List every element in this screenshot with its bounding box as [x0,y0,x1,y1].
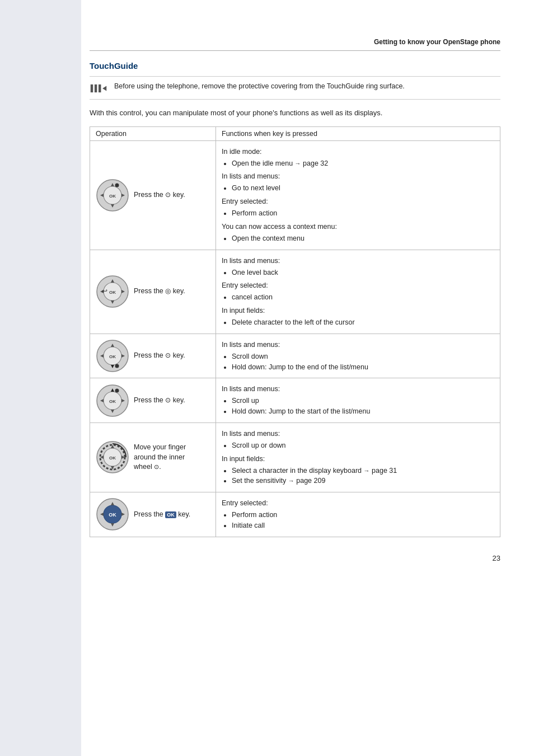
section-title: TouchGuide [90,61,500,71]
note-box: Before using the telephone, remove the p… [90,76,500,100]
dial-icon-6: OK [96,497,129,531]
svg-text:OK: OK [109,456,116,461]
col-functions: Functions when key is pressed [216,126,500,140]
op-row: OK ↩ Press the ◎ key. [96,275,210,308]
context: In idle mode: [222,146,494,157]
op-row-text-2: Press the ◎ key. [134,287,185,297]
op-row-text-1: Press the ⊙ key. [134,190,185,200]
table-row: OK Move your fingeraround the innerwheel… [90,422,500,492]
context: In lists and menus: [222,383,494,395]
op-row-text-3: Press the ⊙ key. [134,351,185,361]
list-item: Scroll up [232,396,494,406]
header-text: Getting to know your OpenStage phone [374,38,500,46]
list-item: Perform action [232,208,494,219]
touch-table: Operation Functions when key is pressed [90,126,500,537]
table-row: OK Press the ⊙ key. [90,378,500,423]
list-item: Open the context menu [232,233,494,244]
dial-icon-5: OK [96,440,129,474]
dial-icon-3: OK [96,339,129,373]
svg-text:↩: ↩ [102,287,107,295]
op-row-text-4: Press the ⊙ key. [134,396,185,406]
dial-icon-4: OK [96,384,129,417]
list-item: Select a character in the display keyboa… [232,466,494,476]
list-item: Perform action [232,510,494,520]
list-item: Scroll up or down [232,440,494,451]
func-cell-3: In lists and menus: Scroll down Hold dow… [216,334,500,378]
svg-point-11 [115,183,119,187]
list-item: Open the idle menu → page 32 [232,158,494,169]
svg-text:OK: OK [109,399,116,404]
list-item: Hold down: Jump to the end of the list/m… [232,362,494,373]
op-row: OK Press the ⊙ key. [96,384,210,417]
dial-icon-1: OK [96,179,129,212]
header-rule [90,50,500,51]
list-item: cancel action [232,292,494,303]
list-item: Hold down: Jump to the start of the list… [232,406,494,417]
context: Entry selected: [222,196,494,207]
context: In lists and menus: [222,255,494,266]
op-cell: OK Press the OK key. [90,492,216,537]
table-row: OK Press the ⊙ key. [90,140,500,250]
list-item: Scroll down [232,351,494,362]
table-row: OK ↩ Press the ◎ key. I [90,250,500,334]
context: Entry selected: [222,497,494,509]
op-cell: OK Press the ⊙ key. [90,140,216,250]
op-row: OK Press the ⊙ key. [96,179,210,212]
table-row: OK Press the ⊙ key. [90,334,500,378]
context: In lists and menus: [222,428,494,439]
context: In lists and menus: [222,339,494,350]
func-cell-4: In lists and menus: Scroll up Hold down:… [216,378,500,423]
svg-text:OK: OK [109,512,116,518]
op-cell: OK Press the ⊙ key. [90,334,216,378]
context: In lists and menus: [222,171,494,182]
dial-icon-2: OK ↩ [96,275,129,308]
svg-text:OK: OK [109,354,116,359]
context: You can now access a context menu: [222,221,494,232]
func-cell-2: In lists and menus: One level back Entry… [216,250,500,334]
svg-point-27 [115,364,119,368]
svg-rect-0 [91,84,93,92]
op-row-text-5: Move your fingeraround the innerwheel ⊙. [134,443,186,472]
list-item: Set the sensitivity → page 209 [232,476,494,486]
table-row: OK Press the OK key. Entry selected: [90,492,500,537]
col-operation: Operation [90,126,216,140]
svg-marker-3 [102,86,106,91]
list-item: Initiate call [232,520,494,531]
svg-point-35 [115,388,119,392]
context: Entry selected: [222,280,494,291]
svg-text:OK: OK [109,194,116,199]
svg-rect-1 [95,84,97,92]
list-item: Go to next level [232,183,494,194]
left-sidebar [0,0,81,756]
context: In input fields: [222,305,494,316]
func-cell-1: In idle mode: Open the idle menu → page … [216,140,500,250]
note-icon [90,82,107,95]
func-cell-6: Entry selected: Perform action Initiate … [216,492,500,537]
func-cell-5: In lists and menus: Scroll up or down In… [216,422,500,492]
list-item: Delete character to the left of the curs… [232,317,494,328]
svg-rect-2 [99,84,101,92]
op-row: OK Move your fingeraround the innerwheel… [96,440,210,474]
op-row: OK Press the ⊙ key. [96,339,210,373]
note-text: Before using the telephone, remove the p… [114,81,405,92]
op-row-text-6: Press the OK key. [134,510,190,520]
op-row: OK Press the OK key. [96,497,210,531]
context: In input fields: [222,453,494,464]
page: Getting to know your OpenStage phone Tou… [0,0,534,756]
op-cell: OK ↩ Press the ◎ key. [90,250,216,334]
op-cell: OK Press the ⊙ key. [90,378,216,423]
svg-text:OK: OK [109,290,116,295]
list-item: One level back [232,267,494,278]
op-cell: OK Move your fingeraround the innerwheel… [90,422,216,492]
intro-text: With this control, you can manipulate mo… [90,107,500,119]
